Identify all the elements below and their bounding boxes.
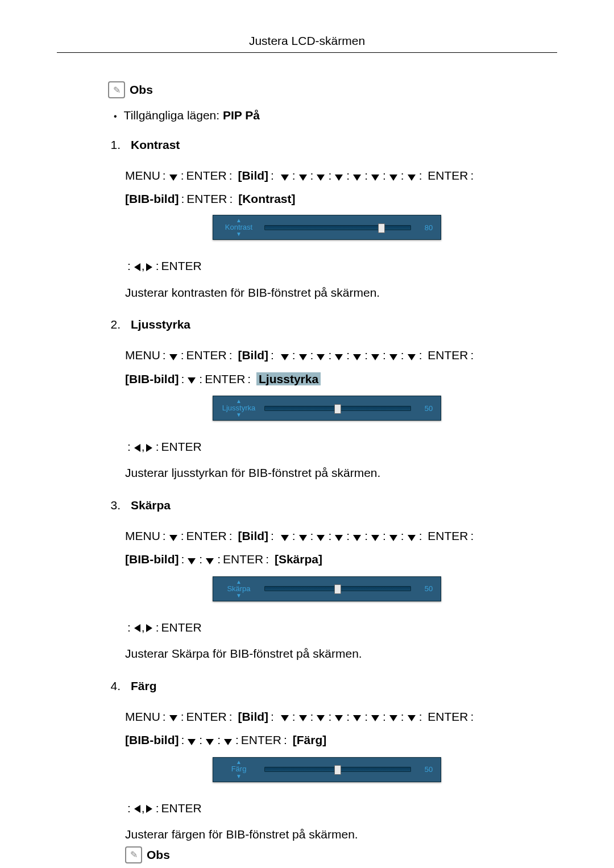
skarpa-slider[interactable]: ▲ Skärpa ▼ 50 — [213, 576, 441, 601]
nav-suffix: :,:ENTER — [108, 255, 546, 278]
pencil-icon: ✎ — [125, 846, 142, 863]
pencil-icon: ✎ — [108, 81, 125, 98]
slider-track[interactable] — [264, 586, 411, 591]
bullet-bold: PIP På — [223, 109, 260, 122]
item-label: Kontrast — [131, 138, 180, 152]
item-heading: 4. Färg — [108, 679, 546, 693]
slider-name: Kontrast — [225, 223, 252, 231]
slider-value: 50 — [419, 765, 438, 774]
nav-suffix: :,:ENTER — [108, 797, 546, 820]
slider-name: Ljusstyrka — [222, 404, 256, 412]
content-area: ✎ Obs • Tillgängliga lägen: PIP På 1. Ko… — [57, 53, 557, 868]
farg-slider[interactable]: ▲ Färg ▼ 50 — [213, 757, 441, 782]
item-description: Justerar Skärpa för BIB-fönstret på skär… — [108, 644, 546, 663]
item-heading: 3. Skärpa — [108, 499, 546, 512]
slider-name: Färg — [231, 765, 247, 773]
item-description: Justerar kontrasten för BIB-fönstret på … — [108, 283, 546, 302]
slider-value: 50 — [419, 404, 438, 413]
item-description: Justerar färgen för BIB-fönstret på skär… — [108, 825, 546, 844]
triangle-down-icon: ▼ — [236, 231, 242, 237]
triangle-down-icon: ▼ — [236, 593, 242, 599]
nav-sequence: MENU::ENTER: [Bild]: :::::::: ENTER: [BI… — [108, 705, 546, 753]
slider-value: 50 — [419, 584, 438, 593]
nav-sequence: MENU::ENTER: [Bild]: :::::::: ENTER: [BI… — [108, 344, 546, 391]
triangle-down-icon: ▼ — [236, 412, 242, 418]
note-heading: ✎ Obs — [108, 81, 546, 98]
triangle-down-icon: ▼ — [236, 774, 242, 779]
note-heading: ✎ Obs — [108, 846, 546, 863]
bullet-text: Tillgängliga lägen: — [124, 109, 220, 122]
item-label: Skärpa — [131, 499, 171, 512]
nav-sequence: MENU::ENTER: [Bild]: :::::::: ENTER: [BI… — [108, 164, 546, 210]
item-label: Färg — [131, 679, 157, 693]
bullet-line: • Tillgängliga lägen: PIP På — [108, 109, 546, 122]
note-label: Obs — [147, 848, 170, 862]
ljusstyrka-slider[interactable]: ▲ Ljusstyrka ▼ 50 — [213, 396, 441, 421]
note-label: Obs — [130, 83, 153, 97]
triangle-down-icon — [169, 165, 177, 188]
item-number: 2. — [108, 318, 121, 331]
slider-name: Skärpa — [227, 585, 250, 593]
nav-sequence: MENU::ENTER: [Bild]: :::::::: ENTER: [BI… — [108, 525, 546, 572]
item-label: Ljusstyrka — [131, 318, 190, 331]
triangle-right-icon — [146, 256, 152, 279]
nav-suffix: :,:ENTER — [108, 435, 546, 459]
item-heading: 1. Kontrast — [108, 138, 546, 152]
item-heading: 2. Ljusstyrka — [108, 318, 546, 331]
slider-track[interactable] — [264, 767, 411, 772]
page-title: Justera LCD-skärmen — [57, 34, 557, 48]
item-description: Justerar ljusstyrkan för BIB-fönstret på… — [108, 463, 546, 483]
slider-value: 80 — [419, 223, 438, 232]
bullet-dot: • — [114, 112, 117, 121]
item-number: 4. — [108, 679, 121, 693]
nav-suffix: :,:ENTER — [108, 616, 546, 639]
slider-track[interactable] — [264, 225, 411, 230]
item-number: 3. — [108, 499, 121, 512]
triangle-left-icon — [134, 256, 140, 279]
item-number: 1. — [108, 138, 121, 152]
slider-track[interactable] — [264, 406, 411, 411]
kontrast-slider[interactable]: ▲ Kontrast ▼ 80 — [213, 215, 441, 240]
